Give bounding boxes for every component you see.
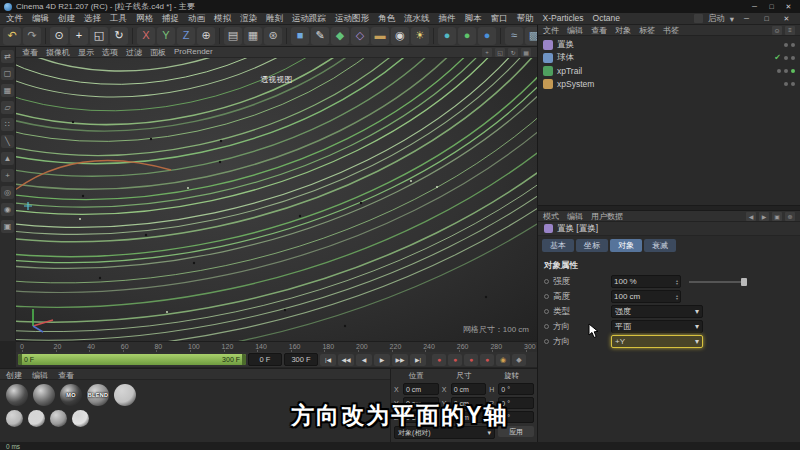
attribute-tab-坐标[interactable]: 坐标 <box>576 239 608 252</box>
render-visibility-dot[interactable] <box>784 69 788 73</box>
object-row[interactable]: xpSystem <box>538 77 800 90</box>
apply-button[interactable]: 应用 <box>498 426 534 437</box>
xparticles-modifier-icon[interactable]: ● <box>478 27 496 45</box>
menubar-item-11[interactable]: 雕刻 <box>266 13 283 25</box>
material-sphere[interactable] <box>114 384 136 406</box>
viewport-menu-item-5[interactable]: 过滤 <box>126 47 142 58</box>
material-menu-item-2[interactable]: 编辑 <box>32 370 48 378</box>
menubar-item-1[interactable]: 文件 <box>6 13 23 25</box>
attribute-menu-item-1[interactable]: 模式 <box>543 211 559 222</box>
viewport-menu-item-7[interactable]: ProRender <box>174 47 213 58</box>
attribute-tab-衰减[interactable]: 衰减 <box>644 239 676 252</box>
material-sphere[interactable] <box>6 410 23 427</box>
menubar-item-5[interactable]: 工具 <box>110 13 127 25</box>
end-frame-field[interactable]: 300 F <box>284 353 318 366</box>
filter-icon[interactable]: ≡ <box>785 26 795 35</box>
stepper-arrows-icon[interactable]: ▴▾ <box>676 294 678 300</box>
menubar-item-14[interactable]: 角色 <box>378 13 395 25</box>
add-cube-icon[interactable]: ■ <box>291 27 309 45</box>
menubar-item-19[interactable]: 帮助 <box>517 13 534 25</box>
viewport-menu-item-1[interactable]: 查看 <box>22 47 38 58</box>
coordinate-field[interactable]: 0 cm <box>451 383 487 395</box>
coordinate-field[interactable]: 0 ° <box>498 411 534 423</box>
toggle-view-icon[interactable]: ▦ <box>521 48 531 57</box>
material-sphere[interactable] <box>6 384 28 406</box>
material-sphere[interactable]: BLEND <box>87 384 109 406</box>
attribute-value-field[interactable]: 100 %▴▾ <box>611 275 681 288</box>
menubar-item-16[interactable]: 插件 <box>439 13 456 25</box>
scale-tool-icon[interactable]: ◱ <box>90 27 108 45</box>
animation-dot-icon[interactable] <box>544 294 549 299</box>
material-sphere[interactable] <box>72 410 89 427</box>
prev-key-button[interactable]: ◀◀ <box>338 354 354 366</box>
next-key-button[interactable]: ▶▶ <box>392 354 408 366</box>
xparticles-emitter-icon[interactable]: ● <box>458 27 476 45</box>
live-selection-icon[interactable]: ⊙ <box>50 27 68 45</box>
snap-icon[interactable]: ◉ <box>1 203 14 216</box>
keyframe-scale-toggle[interactable]: ● <box>464 354 478 366</box>
menubar-item-10[interactable]: 渲染 <box>240 13 257 25</box>
close-button[interactable]: ✕ <box>781 1 796 12</box>
attribute-slider[interactable] <box>689 281 747 283</box>
object-manager-menu-item-6[interactable]: 书签 <box>663 25 679 36</box>
current-frame-field[interactable]: 0 F <box>248 353 282 366</box>
material-menu-item-1[interactable]: 创建 <box>6 370 22 378</box>
prev-frame-button[interactable]: ◀ <box>356 354 372 366</box>
doc-maximize-button[interactable]: □ <box>759 13 774 24</box>
coordinate-field[interactable]: 0 ° <box>498 397 534 409</box>
coordinate-field[interactable]: 0 cm <box>403 397 439 409</box>
search-icon[interactable]: ⊙ <box>772 26 782 35</box>
menubar-item-13[interactable]: 运动图形 <box>335 13 369 25</box>
polygons-mode-icon[interactable]: ▲ <box>1 152 14 165</box>
z-axis-lock-icon[interactable]: Z <box>177 27 195 45</box>
make-editable-icon[interactable]: ⇄ <box>1 50 14 63</box>
material-sphere[interactable] <box>50 410 67 427</box>
viewport-menu-item-2[interactable]: 摄像机 <box>46 47 70 58</box>
editor-visibility-dot[interactable] <box>784 56 788 60</box>
material-sphere[interactable]: MO <box>60 384 82 406</box>
menubar-item-6[interactable]: 网格 <box>136 13 153 25</box>
menubar-item-2[interactable]: 编辑 <box>32 13 49 25</box>
viewport-menu-item-6[interactable]: 面板 <box>150 47 166 58</box>
viewport-canvas[interactable]: 透视视图 网格尺寸：100 cm <box>16 58 537 341</box>
add-light-icon[interactable]: ☀ <box>411 27 429 45</box>
menubar-item-15[interactable]: 流水线 <box>404 13 430 25</box>
render-picture-viewer-icon[interactable]: ▦ <box>244 27 262 45</box>
object-manager-menu-item-5[interactable]: 标签 <box>639 25 655 36</box>
settings-icon[interactable]: ⊛ <box>785 212 795 221</box>
rotate-view-icon[interactable]: ↻ <box>508 48 518 57</box>
zoom-view-icon[interactable]: ◱ <box>495 48 505 57</box>
coordinate-field[interactable]: 0 cm <box>403 411 439 423</box>
add-deformer-icon[interactable]: ◇ <box>351 27 369 45</box>
model-mode-icon[interactable]: ▢ <box>1 67 14 80</box>
animation-dot-icon[interactable] <box>544 279 549 284</box>
undo-icon[interactable]: ↶ <box>3 27 21 45</box>
attribute-tab-基本[interactable]: 基本 <box>542 239 574 252</box>
attribute-dropdown[interactable]: 强度▾ <box>611 305 703 318</box>
attribute-tab-对象[interactable]: 对象 <box>610 239 642 252</box>
coordinate-field[interactable]: 0 cm <box>451 397 487 409</box>
coordinate-field[interactable]: 0 ° <box>498 383 534 395</box>
layout-switcher[interactable]: 启动 <box>708 13 725 25</box>
attribute-value-field[interactable]: 100 cm▴▾ <box>611 290 681 303</box>
add-mograph-icon[interactable]: ◆ <box>331 27 349 45</box>
animation-dot-icon[interactable] <box>544 339 549 344</box>
editor-visibility-dot[interactable] <box>784 43 788 47</box>
object-state-dot[interactable] <box>791 69 795 73</box>
maximize-button[interactable]: □ <box>764 1 779 12</box>
edges-mode-icon[interactable]: ╲ <box>1 135 14 148</box>
rotate-tool-icon[interactable]: ↻ <box>110 27 128 45</box>
menubar-item-9[interactable]: 模拟 <box>214 13 231 25</box>
goto-end-button[interactable]: ▶| <box>410 354 426 366</box>
xparticles-system-icon[interactable]: ● <box>438 27 456 45</box>
workplane-lock-icon[interactable]: ▣ <box>1 220 14 233</box>
object-row[interactable]: 置换 <box>538 38 800 51</box>
simulate-icon[interactable]: ≈ <box>505 27 523 45</box>
minimize-button[interactable]: ─ <box>747 1 762 12</box>
pan-view-icon[interactable]: + <box>482 48 492 57</box>
workplane-mode-icon[interactable]: ▱ <box>1 101 14 114</box>
enabled-check-icon[interactable]: ✔ <box>774 53 781 62</box>
render-visibility-dot[interactable] <box>791 82 795 86</box>
y-axis-lock-icon[interactable]: Y <box>157 27 175 45</box>
attribute-dropdown[interactable]: 平面▾ <box>611 320 703 333</box>
